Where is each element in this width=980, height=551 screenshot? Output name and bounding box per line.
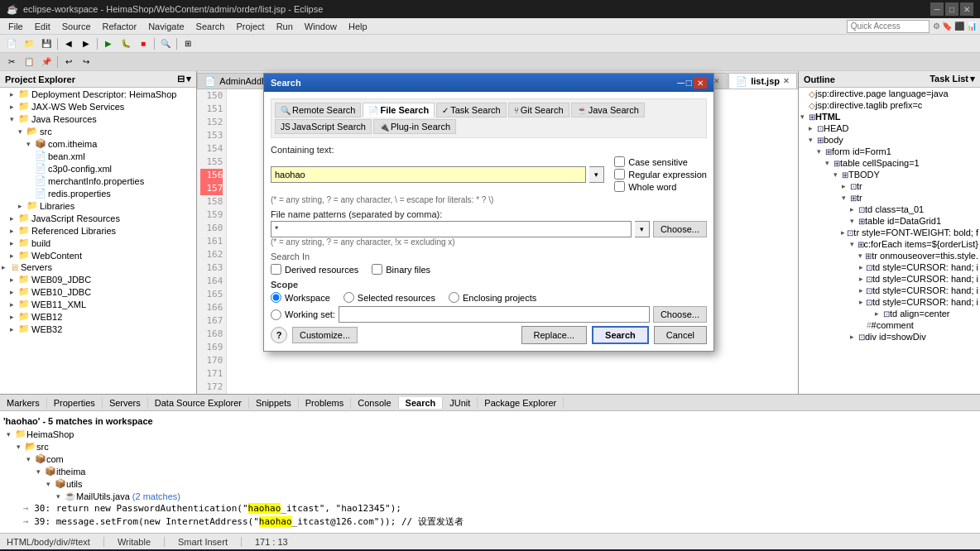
result-line-39[interactable]: → 39: message.setFrom(new InternetAddres…	[3, 515, 977, 529]
tree-item-webcontent[interactable]: ▸ 📁 WebContent	[0, 249, 196, 261]
toolbar-cut[interactable]: ✂	[3, 55, 20, 69]
dialog-minimize[interactable]: ─	[677, 77, 685, 89]
workingset-choose-button[interactable]: Choose...	[653, 306, 707, 323]
dialog-controls[interactable]: ─ □ ✕	[677, 77, 707, 89]
search-button[interactable]: Search	[592, 326, 649, 344]
outline-td2[interactable]: ▸ ⊡ td style=CURSOR: hand; i	[799, 273, 980, 285]
outline-c-foreach[interactable]: ▾ ⊞ c:forEach items=${orderList}	[799, 238, 980, 250]
outline-directive-taglib[interactable]: ◇ jsp:directive.taglib prefix=c	[799, 99, 980, 111]
outline-comment[interactable]: # #comment	[799, 319, 980, 331]
derived-resources-checkbox[interactable]	[271, 264, 281, 275]
menu-project[interactable]: Project	[231, 21, 269, 32]
outline-menu[interactable]: ▾	[970, 74, 975, 84]
toolbar-stop[interactable]: ■	[135, 36, 151, 51]
task-search-tab[interactable]: ✓ Task Search	[436, 103, 507, 117]
tab-close[interactable]: ✕	[783, 77, 790, 85]
toolbar-search[interactable]: 🔍	[157, 36, 174, 51]
dialog-maximize[interactable]: □	[686, 77, 692, 89]
outline-controls[interactable]: Task List ▾	[930, 74, 975, 84]
menu-refactor[interactable]: Refactor	[98, 21, 142, 32]
javascript-search-tab[interactable]: JS JavaScript Search	[275, 119, 372, 134]
minimize-button[interactable]: ─	[930, 2, 944, 16]
plugin-search-tab[interactable]: 🔌 Plug-in Search	[373, 119, 456, 134]
tree-item-java-resources[interactable]: ▾ 📁 Java Resources	[0, 113, 196, 125]
toolbar-save[interactable]: 💾	[38, 36, 55, 51]
task-list-label[interactable]: Task List	[930, 74, 968, 84]
tab-list-jsp[interactable]: 📄 list.jsp ✕	[728, 73, 797, 89]
menu-navigate[interactable]: Navigate	[143, 21, 189, 32]
dialog-close-button[interactable]: ✕	[694, 77, 707, 89]
outline-tr1[interactable]: ▸ ⊡ tr	[799, 180, 980, 192]
case-sensitive-checkbox[interactable]	[614, 156, 625, 167]
tab-servers[interactable]: Servers	[103, 397, 148, 409]
outline-tr2[interactable]: ▾ ⊞ tr	[799, 192, 980, 204]
cancel-button[interactable]: Cancel	[654, 326, 707, 344]
outline-tbody[interactable]: ▾ ⊞ TBODY	[799, 169, 980, 180]
tab-problems[interactable]: Problems	[299, 397, 351, 409]
result-utils[interactable]: ▾ 📦 utils	[3, 477, 977, 490]
outline-form[interactable]: ▾ ⊞ form id=Form1	[799, 146, 980, 157]
tree-item-libraries[interactable]: ▸ 📁 Libraries	[0, 199, 196, 212]
scope-enclosing-radio[interactable]	[449, 292, 459, 303]
scope-selected[interactable]: Selected resources	[343, 292, 435, 303]
menu-run[interactable]: Run	[271, 21, 298, 32]
scope-workingset[interactable]: Working set:	[271, 309, 335, 320]
result-com[interactable]: ▾ 📦 com	[3, 453, 977, 465]
tree-item-web12[interactable]: ▸ 📁 WEB12	[0, 310, 196, 323]
tree-item-c3p0[interactable]: 📄 c3p0-config.xml	[0, 162, 196, 175]
outline-td3[interactable]: ▸ ⊡ td style=CURSOR: hand; i	[799, 285, 980, 296]
outline-td1[interactable]: ▸ ⊡ td style=CURSOR: hand; i	[799, 261, 980, 273]
tab-junit[interactable]: JUnit	[443, 397, 478, 409]
outline-div-showdiv[interactable]: ▸ ⊡ div id=showDiv	[799, 331, 980, 343]
toolbar-debug[interactable]: 🐛	[118, 36, 134, 51]
containing-text-dropdown[interactable]: ▾	[589, 166, 604, 183]
toolbar-paste[interactable]: 📌	[38, 55, 55, 69]
tree-item-referenced[interactable]: ▸ 📁 Referenced Libraries	[0, 224, 196, 237]
menu-edit[interactable]: Edit	[30, 21, 55, 32]
toolbar-undo[interactable]: ↩	[60, 55, 77, 69]
tab-package-explorer[interactable]: Package Explorer	[478, 397, 564, 409]
result-line-30[interactable]: → 30: return new PasswordAuthentication(…	[3, 502, 977, 515]
tab-markers[interactable]: Markers	[0, 397, 47, 409]
scope-enclosing[interactable]: Enclosing projects	[449, 292, 536, 303]
outline-table-cellspacing[interactable]: ▾ ⊞ table cellSpacing=1	[799, 157, 980, 169]
outline-td-align[interactable]: ▸ ⊡ td align=center	[799, 308, 980, 319]
customize-button[interactable]: Customize...	[292, 327, 358, 343]
binary-files-checkbox[interactable]	[372, 264, 382, 275]
tree-item-deployment[interactable]: ▸ 📁 Deployment Descriptor: HeimaShop	[0, 88, 196, 100]
outline-td-class[interactable]: ▸ ⊡ td class=ta_01	[799, 204, 980, 215]
tab-close[interactable]: ✕	[713, 77, 720, 85]
tab-console[interactable]: Console	[351, 397, 398, 409]
result-heimashop[interactable]: ▾ 📁 HeimaShop	[3, 428, 977, 440]
tree-item-web32[interactable]: ▸ 📁 WEB32	[0, 323, 196, 335]
git-search-tab[interactable]: ⑂ Git Search	[508, 103, 569, 117]
regular-expression-checkbox[interactable]	[614, 169, 625, 180]
toolbar-perspective[interactable]: ⊞	[180, 36, 196, 51]
tree-item-web11[interactable]: ▸ 📁 WEB11_XML	[0, 298, 196, 310]
scope-workspace[interactable]: Workspace	[271, 292, 330, 303]
file-pattern-input[interactable]	[271, 221, 632, 237]
scope-workspace-radio[interactable]	[271, 292, 281, 303]
window-controls[interactable]: ─ □ ✕	[930, 2, 973, 16]
whole-word-checkbox[interactable]	[614, 181, 625, 192]
menu-search[interactable]: Search	[191, 21, 230, 32]
java-search-tab[interactable]: ☕ Java Search	[571, 103, 645, 117]
panel-menu[interactable]: ▾	[186, 74, 191, 84]
outline-tr-onmouseover[interactable]: ▾ ⊞ tr onmouseover=this.style.	[799, 250, 980, 261]
toolbar-forward[interactable]: ▶	[78, 36, 94, 51]
tree-item-src[interactable]: ▾ 📂 src	[0, 125, 196, 137]
menu-file[interactable]: File	[3, 21, 28, 32]
tree-item-redis[interactable]: 📄 redis.properties	[0, 187, 196, 199]
help-button[interactable]: ?	[271, 327, 287, 343]
toolbar-new[interactable]: 📄	[3, 36, 20, 51]
tree-item-build[interactable]: ▸ 📁 build	[0, 237, 196, 249]
outline-td4[interactable]: ▸ ⊡ td style=CURSOR: hand; i	[799, 296, 980, 308]
tree-item-merchantinfo[interactable]: 📄 merchantInfo.properties	[0, 175, 196, 187]
tree-item-servers[interactable]: ▸ 🖥 Servers	[0, 261, 196, 273]
replace-button[interactable]: Replace...	[521, 326, 588, 344]
outline-table-datagrid[interactable]: ▾ ⊞ table id=DataGrid1	[799, 215, 980, 227]
toolbar-run[interactable]: ▶	[100, 36, 117, 51]
search-dialog[interactable]: Search ─ □ ✕ 🔍 Remote Search 📄 File Sear…	[263, 73, 714, 352]
panel-toolbar[interactable]: ⊟ ▾	[177, 74, 191, 84]
toolbar-back[interactable]: ◀	[60, 36, 77, 51]
